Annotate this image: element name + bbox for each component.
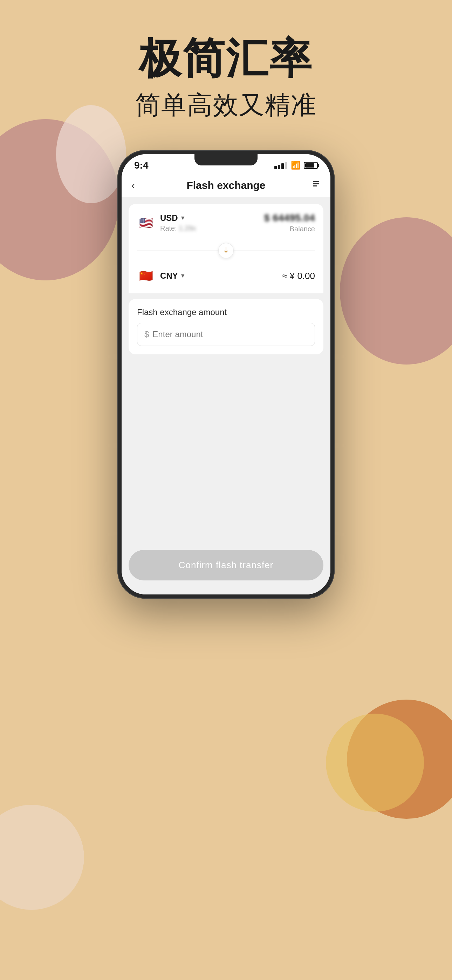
nav-title: Flash exchange bbox=[186, 180, 265, 191]
confirm-button[interactable]: Confirm flash transfer bbox=[129, 550, 323, 581]
phone-mockup: 9:4 📶 ‹ Flash exchange bbox=[118, 150, 334, 599]
amount-label: Flash exchange amount bbox=[137, 307, 315, 317]
svg-rect-0 bbox=[313, 181, 319, 182]
signal-bar-3 bbox=[282, 163, 284, 169]
swap-icon bbox=[223, 247, 229, 255]
spacer bbox=[122, 354, 330, 543]
nav-bar: ‹ Flash exchange bbox=[122, 174, 330, 197]
cny-right: ≈ ¥ 0.00 bbox=[282, 270, 315, 282]
cny-info: CNY ▼ bbox=[160, 271, 186, 281]
cny-approx-amount: ≈ ¥ 0.00 bbox=[282, 270, 315, 281]
phone-shell: 9:4 📶 ‹ Flash exchange bbox=[118, 150, 334, 599]
main-title: 极简汇率 bbox=[135, 35, 317, 81]
swap-divider bbox=[129, 242, 323, 260]
notch bbox=[194, 154, 258, 165]
usd-amount: $ 64495.04 bbox=[264, 212, 315, 224]
signal-bar-2 bbox=[278, 165, 280, 169]
swap-button[interactable] bbox=[218, 243, 234, 258]
screen-content: 🇺🇸 USD ▼ Rate: 1.29x bbox=[122, 197, 330, 595]
svg-rect-1 bbox=[313, 183, 319, 185]
currency-card: 🇺🇸 USD ▼ Rate: 1.29x bbox=[129, 204, 323, 293]
confirm-section: Confirm flash transfer bbox=[122, 543, 330, 595]
rate-label: Rate: bbox=[160, 224, 177, 232]
signal-bar-1 bbox=[274, 166, 277, 169]
wifi-icon: 📶 bbox=[291, 161, 300, 170]
amount-input-row[interactable]: $ bbox=[137, 323, 315, 346]
status-time: 9:4 bbox=[134, 160, 148, 171]
decoration-blob-orange bbox=[347, 700, 452, 819]
decoration-blob-yellow bbox=[326, 714, 424, 812]
decoration-blob-left bbox=[0, 119, 119, 280]
usd-rate: Rate: 1.29x bbox=[160, 224, 196, 232]
decoration-blob-right bbox=[340, 217, 452, 364]
battery-icon bbox=[304, 162, 318, 169]
cny-code: CNY bbox=[160, 271, 178, 281]
balance-label: Balance bbox=[264, 225, 315, 233]
usd-left: 🇺🇸 USD ▼ Rate: 1.29x bbox=[137, 213, 196, 232]
cny-code-row[interactable]: CNY ▼ bbox=[160, 271, 186, 281]
history-icon[interactable] bbox=[307, 180, 321, 191]
cny-row: 🇨🇳 CNY ▼ ≈ ¥ 0.00 bbox=[129, 260, 323, 293]
cny-flag: 🇨🇳 bbox=[137, 267, 155, 285]
dollar-sign: $ bbox=[144, 329, 149, 339]
rate-value: 1.29x bbox=[179, 224, 196, 232]
amount-section: Flash exchange amount $ bbox=[129, 299, 323, 354]
battery-fill bbox=[305, 163, 314, 167]
usd-flag: 🇺🇸 bbox=[137, 214, 155, 232]
status-icons: 📶 bbox=[274, 161, 318, 170]
sub-title: 简单高效又精准 bbox=[135, 88, 317, 122]
svg-rect-2 bbox=[313, 185, 317, 186]
header-section: 极简汇率 简单高效又精准 bbox=[135, 35, 317, 122]
amount-input[interactable] bbox=[153, 329, 308, 339]
back-button[interactable]: ‹ bbox=[131, 180, 145, 191]
decoration-blob-bottom-left bbox=[0, 805, 84, 910]
usd-info: USD ▼ Rate: 1.29x bbox=[160, 213, 196, 232]
usd-row: 🇺🇸 USD ▼ Rate: 1.29x bbox=[129, 204, 323, 242]
cny-dropdown-arrow: ▼ bbox=[180, 273, 186, 279]
cny-left: 🇨🇳 CNY ▼ bbox=[137, 267, 186, 285]
usd-code: USD bbox=[160, 213, 178, 223]
phone-screen: 9:4 📶 ‹ Flash exchange bbox=[122, 154, 330, 595]
signal-bars bbox=[274, 162, 287, 169]
decoration-blob-white bbox=[56, 105, 126, 203]
usd-right: $ 64495.04 Balance bbox=[264, 212, 315, 233]
signal-bar-4 bbox=[285, 162, 287, 169]
usd-code-row[interactable]: USD ▼ bbox=[160, 213, 196, 223]
usd-dropdown-arrow: ▼ bbox=[180, 215, 186, 221]
